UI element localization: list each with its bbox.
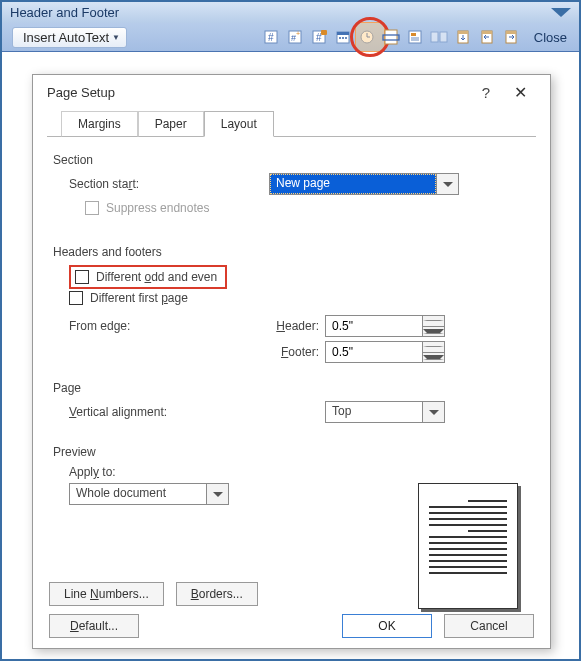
- tabs: Margins Paper Layout: [47, 110, 536, 137]
- show-previous-icon[interactable]: [476, 26, 498, 48]
- show-next-icon[interactable]: [500, 26, 522, 48]
- footer-from-edge-spinner[interactable]: [325, 341, 445, 363]
- preview-header: Preview: [53, 445, 530, 459]
- dialog-title: Page Setup: [47, 85, 115, 100]
- format-page-number-icon[interactable]: #: [308, 26, 330, 48]
- apply-to-select[interactable]: Whole document: [69, 483, 229, 505]
- line-numbers-button[interactable]: Line Numbers...: [49, 582, 164, 606]
- svg-rect-17: [383, 35, 399, 40]
- svg-rect-11: [342, 37, 344, 39]
- tab-layout[interactable]: Layout: [204, 111, 274, 137]
- insert-page-number-icon[interactable]: #: [260, 26, 282, 48]
- svg-rect-27: [482, 31, 492, 34]
- svg-rect-9: [337, 32, 349, 35]
- svg-text:#: #: [268, 32, 274, 43]
- borders-button[interactable]: Borders...: [176, 582, 258, 606]
- svg-rect-0: [265, 31, 277, 43]
- dropdown-arrow-icon[interactable]: [436, 174, 458, 194]
- collapse-icon[interactable]: [551, 8, 571, 17]
- header-value-input[interactable]: [326, 316, 422, 336]
- footer-value-input[interactable]: [326, 342, 422, 362]
- suppress-endnotes-checkbox: [85, 201, 99, 215]
- spin-down-icon[interactable]: [423, 353, 444, 363]
- headers-footers-header: Headers and footers: [53, 245, 530, 259]
- tab-margins[interactable]: Margins: [61, 111, 138, 137]
- autotext-label: Insert AutoText: [23, 30, 109, 45]
- insert-autotext-button[interactable]: Insert AutoText ▼: [12, 27, 127, 48]
- svg-rect-10: [339, 37, 341, 39]
- svg-rect-2: [289, 31, 301, 43]
- different-odd-even-checkbox[interactable]: [75, 270, 89, 284]
- toolbar-close-button[interactable]: Close: [528, 28, 573, 47]
- page-setup-dialog: Page Setup ? ✕ Margins Paper Layout Sect…: [32, 74, 551, 649]
- from-edge-label: From edge:: [69, 319, 269, 333]
- dialog-close-button[interactable]: ✕: [500, 83, 540, 102]
- svg-rect-18: [409, 31, 421, 43]
- switch-header-footer-icon[interactable]: [452, 26, 474, 48]
- show-document-text-icon[interactable]: [404, 26, 426, 48]
- section-start-label: Section start:: [69, 177, 269, 191]
- dropdown-arrow-icon[interactable]: [206, 484, 228, 504]
- header-label: Header:: [269, 319, 325, 333]
- insert-number-pages-icon[interactable]: #+: [284, 26, 306, 48]
- insert-date-icon[interactable]: [332, 26, 354, 48]
- svg-rect-8: [337, 32, 349, 43]
- svg-rect-29: [506, 31, 516, 34]
- page-setup-icon[interactable]: [380, 26, 402, 48]
- section-header: Section: [53, 153, 530, 167]
- spin-up-icon[interactable]: [423, 342, 444, 353]
- apply-to-label: Apply to:: [69, 465, 116, 479]
- tab-paper[interactable]: Paper: [138, 111, 204, 137]
- svg-point-13: [361, 31, 373, 43]
- svg-rect-5: [313, 31, 325, 43]
- svg-rect-23: [440, 32, 447, 42]
- spin-up-icon[interactable]: [423, 316, 444, 327]
- same-as-previous-icon: [428, 26, 450, 48]
- svg-rect-19: [411, 33, 416, 36]
- insert-time-icon[interactable]: [356, 26, 378, 48]
- svg-rect-16: [385, 30, 397, 44]
- svg-rect-7: [321, 30, 327, 35]
- cancel-button[interactable]: Cancel: [444, 614, 534, 638]
- svg-rect-24: [458, 31, 468, 43]
- svg-rect-22: [431, 32, 438, 42]
- different-odd-even-label: Different odd and even: [96, 270, 217, 284]
- ok-button[interactable]: OK: [342, 614, 432, 638]
- dialog-help-button[interactable]: ?: [472, 84, 500, 101]
- svg-text:#: #: [291, 33, 296, 43]
- header-footer-toolbar: Header and Footer Insert AutoText ▼ # #+…: [2, 2, 579, 52]
- svg-rect-26: [482, 31, 492, 43]
- vertical-alignment-label: Vertical alignment:: [69, 405, 269, 419]
- different-first-page-checkbox[interactable]: [69, 291, 83, 305]
- svg-rect-25: [458, 31, 468, 34]
- page-header: Page: [53, 381, 530, 395]
- vertical-alignment-select[interactable]: Top: [325, 401, 445, 423]
- annotation-highlight-box: Different odd and even: [69, 265, 227, 289]
- section-start-select[interactable]: New page: [269, 173, 459, 195]
- svg-text:#: #: [316, 32, 322, 43]
- different-first-page-label: Different first page: [90, 291, 188, 305]
- spin-down-icon[interactable]: [423, 327, 444, 337]
- svg-rect-12: [345, 37, 347, 39]
- dropdown-arrow-icon: ▼: [112, 33, 120, 42]
- svg-rect-28: [506, 31, 516, 43]
- header-from-edge-spinner[interactable]: [325, 315, 445, 337]
- toolbar-title: Header and Footer: [10, 5, 119, 20]
- default-button[interactable]: Default...: [49, 614, 139, 638]
- footer-label: Footer:: [269, 345, 325, 359]
- dropdown-arrow-icon[interactable]: [422, 402, 444, 422]
- svg-text:+: +: [296, 30, 300, 37]
- suppress-endnotes-label: Suppress endnotes: [106, 201, 209, 215]
